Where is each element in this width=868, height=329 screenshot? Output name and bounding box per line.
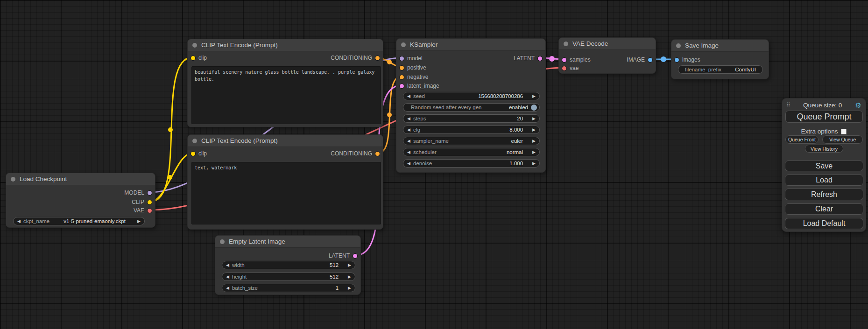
increment-arrow-icon[interactable]: ▶: [348, 286, 351, 290]
input-positive[interactable]: positive: [400, 63, 426, 72]
input-model[interactable]: model: [400, 54, 423, 63]
latent-port-icon[interactable]: [562, 58, 566, 62]
positive-prompt-textarea[interactable]: beautiful scenery nature glass bottle la…: [191, 66, 381, 124]
decrement-arrow-icon[interactable]: ◀: [407, 161, 410, 166]
latent-port-icon[interactable]: [400, 84, 404, 88]
increment-arrow-icon[interactable]: ▶: [532, 161, 536, 166]
widget-height[interactable]: ◀ height 512 ▶: [222, 273, 355, 281]
collapse-dot[interactable]: [401, 42, 406, 47]
widget-cfg[interactable]: ◀ cfg 8.000 ▶: [403, 126, 540, 134]
node-clip-text-encode-positive[interactable]: CLIP Text Encode (Prompt) clip CONDITION…: [187, 39, 383, 127]
conditioning-port-icon[interactable]: [400, 66, 404, 70]
widget-scheduler[interactable]: ◀ scheduler normal ▶: [403, 148, 540, 156]
collapse-dot[interactable]: [11, 177, 15, 182]
queue-prompt-button[interactable]: Queue Prompt: [785, 111, 863, 123]
conditioning-port-icon[interactable]: [375, 152, 380, 156]
node-clip-text-encode-negative[interactable]: CLIP Text Encode (Prompt) clip CONDITION…: [187, 134, 383, 230]
node-ksampler[interactable]: KSampler model positive negative latent_…: [396, 38, 546, 173]
widget-filename-prefix[interactable]: filename_prefix ComfyUI: [678, 65, 763, 74]
output-clip[interactable]: CLIP: [132, 198, 152, 206]
input-vae[interactable]: vae: [562, 64, 579, 72]
input-samples[interactable]: samples: [562, 56, 591, 64]
node-save-image-titlebar[interactable]: Save Image: [671, 40, 769, 52]
collapse-dot[interactable]: [220, 239, 225, 244]
node-ksampler-titlebar[interactable]: KSampler: [396, 39, 545, 51]
widget-random-seed-toggle[interactable]: Random seed after every gen enabled: [403, 103, 540, 112]
decrement-arrow-icon[interactable]: ◀: [407, 128, 410, 132]
view-queue-button[interactable]: View Queue: [822, 135, 863, 144]
model-port-icon[interactable]: [148, 191, 152, 195]
wire-images-midpoint[interactable]: [661, 56, 666, 62]
collapse-dot[interactable]: [676, 43, 681, 48]
increment-arrow-icon[interactable]: ▶: [348, 275, 351, 279]
wire-samples-midpoint[interactable]: [549, 56, 555, 62]
output-image[interactable]: IMAGE: [627, 56, 652, 64]
input-negative[interactable]: negative: [400, 73, 428, 81]
load-button[interactable]: Load: [785, 175, 863, 186]
decrement-arrow-icon[interactable]: ◀: [407, 94, 410, 98]
node-vae-decode[interactable]: VAE Decode samples vae IMAGE: [558, 37, 656, 74]
clip-port-icon[interactable]: [191, 56, 195, 60]
clip-port-icon[interactable]: [148, 200, 152, 204]
wire-clip-negative-midpoint[interactable]: [168, 175, 172, 180]
decrement-arrow-icon[interactable]: ◀: [407, 117, 410, 121]
increment-arrow-icon[interactable]: ▶: [348, 263, 351, 267]
latent-port-icon[interactable]: [538, 56, 542, 61]
extra-options-checkbox[interactable]: [841, 129, 847, 134]
decrement-arrow-icon[interactable]: ◀: [226, 275, 229, 279]
widget-denoise[interactable]: ◀ denoise 1.000 ▶: [403, 159, 540, 168]
latent-port-icon[interactable]: [353, 254, 357, 258]
refresh-button[interactable]: Refresh: [785, 189, 863, 200]
queue-front-button[interactable]: Queue Front: [785, 135, 819, 144]
widget-ckpt-name[interactable]: ◀ ckpt_name v1-5-pruned-emaonly.ckpt ▶: [13, 217, 145, 225]
input-clip[interactable]: clip: [191, 149, 207, 158]
decrement-arrow-icon[interactable]: ◀: [407, 139, 410, 143]
clip-port-icon[interactable]: [191, 152, 195, 156]
save-button[interactable]: Save: [785, 161, 863, 171]
input-images[interactable]: images: [675, 56, 700, 64]
drag-handle-icon[interactable]: ⠿: [786, 102, 790, 108]
increment-arrow-icon[interactable]: ▶: [532, 139, 536, 143]
node-save-image[interactable]: Save Image images filename_prefix ComfyU…: [671, 39, 769, 79]
output-model[interactable]: MODEL: [124, 189, 152, 197]
widget-width[interactable]: ◀ width 512 ▶: [222, 261, 355, 269]
settings-gear-icon[interactable]: ⚙: [855, 102, 861, 109]
conditioning-port-icon[interactable]: [375, 56, 380, 60]
clear-button[interactable]: Clear: [785, 203, 863, 215]
wire-positive-midpoint[interactable]: [387, 60, 392, 64]
wire-negative-midpoint[interactable]: [387, 112, 392, 117]
widget-sampler-name[interactable]: ◀ sampler_name euler ▶: [403, 137, 540, 145]
view-history-button[interactable]: View History: [805, 145, 843, 153]
collapse-dot[interactable]: [564, 42, 568, 46]
decrement-arrow-icon[interactable]: ◀: [226, 263, 229, 267]
input-latent-image[interactable]: latent_image: [400, 82, 439, 90]
output-latent[interactable]: LATENT: [329, 252, 357, 260]
node-clip-negative-titlebar[interactable]: CLIP Text Encode (Prompt): [188, 135, 383, 147]
collapse-dot[interactable]: [192, 139, 197, 143]
decrement-arrow-icon[interactable]: ◀: [407, 150, 410, 154]
conditioning-port-icon[interactable]: [400, 75, 404, 79]
node-load-checkpoint-titlebar[interactable]: Load Checkpoint: [6, 173, 155, 185]
wire-clip-positive-midpoint[interactable]: [168, 127, 173, 132]
widget-steps[interactable]: ◀ steps 20 ▶: [403, 114, 540, 123]
output-conditioning[interactable]: CONDITIONING: [331, 149, 380, 158]
node-empty-latent-titlebar[interactable]: Empty Latent Image: [215, 236, 360, 248]
model-port-icon[interactable]: [400, 56, 404, 61]
output-conditioning[interactable]: CONDITIONING: [331, 54, 380, 62]
node-vae-decode-titlebar[interactable]: VAE Decode: [559, 38, 656, 50]
increment-arrow-icon[interactable]: ▶: [532, 150, 536, 154]
image-port-icon[interactable]: [648, 58, 652, 62]
output-vae[interactable]: VAE: [134, 206, 152, 215]
collapse-dot[interactable]: [192, 43, 197, 48]
toggle-knob-icon[interactable]: [531, 105, 537, 111]
increment-arrow-icon[interactable]: ▶: [137, 219, 141, 224]
image-port-icon[interactable]: [675, 58, 679, 62]
load-default-button[interactable]: Load Default: [785, 218, 863, 229]
increment-arrow-icon[interactable]: ▶: [532, 128, 536, 132]
increment-arrow-icon[interactable]: ▶: [532, 94, 536, 98]
negative-prompt-textarea[interactable]: text, watermark: [191, 162, 381, 224]
vae-port-icon[interactable]: [562, 66, 566, 70]
input-clip[interactable]: clip: [191, 54, 207, 62]
decrement-arrow-icon[interactable]: ◀: [226, 286, 229, 290]
widget-batch-size[interactable]: ◀ batch_size 1 ▶: [222, 284, 355, 292]
